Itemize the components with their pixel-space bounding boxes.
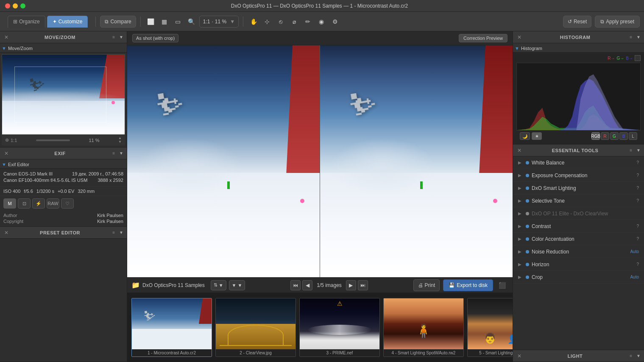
tool-row-horizon[interactable]: ▶ Horizon ? [513,258,644,271]
hist-rgb-btn[interactable]: RGB [591,132,600,140]
filter-chevron-icon: ▼ [238,283,243,288]
color-accentuation-expand-icon[interactable]: ▶ [516,236,523,242]
tool-row-clearview[interactable]: ▶ DxO OP 11 Elite - DxO ClearView [513,207,644,220]
essential-tools-close-btn[interactable]: ✕ [516,148,522,153]
zoom-slider[interactable] [36,139,70,141]
sort-button[interactable]: ⇅ ▼ [211,280,226,290]
crop-expand-icon[interactable]: ▶ [516,274,523,281]
tool-row-smart-lighting[interactable]: ▶ DxO Smart Lighting ? [513,182,644,195]
tool-row-color-accentuation[interactable]: ▶ Color Accentuation ? [513,233,644,245]
exif-arrow-icon: ▼ [119,151,123,156]
filmstrip-thumb-2[interactable]: 2 - ClearView.jpg [215,298,296,357]
clearview-expand-icon[interactable]: ▶ [516,210,523,217]
hist-l-btn[interactable]: L [629,132,637,140]
exposure-dot [526,174,529,177]
histogram-dark-mode-btn[interactable]: 🌙 [520,132,530,140]
noise-reduction-expand-icon[interactable]: ▶ [516,248,523,255]
exif-raw-btn[interactable]: RAW [47,198,59,209]
image-viewer: ⛷ ⛷ [127,45,513,277]
tool-row-white-balance[interactable]: ▶ White Balance ? [513,156,644,169]
exposure-expand-icon[interactable]: ▶ [516,172,523,179]
compare-button[interactable]: ⧉ Compare [100,16,136,28]
tool-row-contrast[interactable]: ▶ Contrast ? [513,220,644,233]
hist-r-btn[interactable]: R [601,132,609,140]
zoom-chevron-icon[interactable]: ▼ [230,19,235,25]
contrast-expand-icon[interactable]: ▶ [516,223,523,230]
settings-tool-btn[interactable]: ⚙ [329,16,341,28]
exif-af-btn[interactable]: ⊡ [18,198,31,209]
grid-view-btn[interactable]: ▦ [159,16,170,28]
tool-row-exposure[interactable]: ▶ Exposure Compensation ? [513,169,644,182]
zoom-display: 1:1 · 11 % ▼ [199,16,239,28]
hist-g-btn[interactable]: G [610,132,619,140]
nav-prev-btn[interactable]: ◀ [302,280,312,290]
white-balance-expand-icon[interactable]: ▶ [516,159,523,166]
filmstrip-folder[interactable]: 📁 DxO OpticsPro 11 Samples [131,281,205,289]
exif-fav-btn[interactable]: ♡ [61,198,74,209]
red-rock-left [286,45,320,184]
filmstrip-thumb-3[interactable]: ⚠ 3 - PRIME.nef [299,298,380,357]
apply-preset-button[interactable]: ⧉ Apply preset [595,16,640,28]
print-button[interactable]: 🖨 Print [413,279,440,291]
repair-tool-btn[interactable]: ⌀ [288,16,300,28]
light-menu-btn[interactable]: ≡ [628,353,634,359]
tool-row-crop[interactable]: ▶ Crop Auto [513,271,644,284]
tool-row-selective-tone[interactable]: ▶ Selective Tone ? [513,195,644,207]
move-zoom-chevron-icon[interactable]: ▼ [2,46,6,51]
histogram-header: ✕ HISTOGRAM ≡ ▼ [513,31,644,43]
filter-button[interactable]: ▼ ▼ [229,280,245,290]
preset-editor-menu-btn[interactable]: ≡ [111,230,117,236]
export-button[interactable]: 💾 Export to disk [443,279,493,291]
tab-customize[interactable]: ✦ Customize [47,16,88,28]
essential-tools-menu-btn[interactable]: ≡ [628,148,634,153]
fit-view-btn[interactable]: ⬜ [145,16,157,28]
filmstrip-thumb-1[interactable]: ⛷ 1 - Microcontrast Auto.cr2 [131,298,212,357]
exif-close-btn[interactable]: ✕ [3,150,9,156]
zoom-stepper[interactable]: ▲ ▼ [118,136,122,144]
image-after: ⛷ [320,45,513,277]
maximize-window-btn[interactable] [20,3,25,8]
smart-lighting-expand-icon[interactable]: ▶ [516,185,523,192]
selective-tone-expand-icon[interactable]: ▶ [516,198,523,204]
filmstrip-thumb-5[interactable]: 👨 👤 5 - Smart Lighting Uniform.cr2 [467,298,513,357]
correction-preview-btn[interactable]: Correction Preview [459,34,507,42]
nav-last-btn[interactable]: ⏭ [358,280,368,290]
single-view-btn[interactable]: ▭ [172,16,184,28]
crop-tool-btn[interactable]: ⊹ [261,16,273,28]
filmstrip-thumb-4[interactable]: 🧍 4 - Smart Lighting SpotWAuto.rw2 [383,298,464,357]
reset-button[interactable]: ↺ Reset [563,16,591,28]
histogram-black-point[interactable] [635,55,641,61]
histogram-light-mode-btn[interactable]: ☀ [532,132,542,140]
horizon-tool-btn[interactable]: ⎋ [275,16,287,28]
filmstrip-images: ⛷ 1 - Microcontrast Auto.cr2 2 - Cle [127,293,513,362]
tool-row-noise-reduction[interactable]: ▶ Noise Reduction Auto [513,245,644,258]
nav-first-btn[interactable]: ⏮ [290,280,301,290]
filmstrip: 📁 DxO OpticsPro 11 Samples ⇅ ▼ ▼ ▼ ⏮ ◀ 1… [127,277,513,362]
minimize-window-btn[interactable] [13,3,18,8]
horizon-expand-icon[interactable]: ▶ [516,261,523,268]
hand-tool-btn[interactable]: ✋ [248,16,259,28]
histogram-chevron-icon[interactable]: ▼ [515,46,519,51]
light-close-btn[interactable]: ✕ [516,353,522,359]
picker-tool-btn[interactable]: ✏ [302,16,314,28]
histogram-menu-btn[interactable]: ≡ [628,34,634,40]
thumbnail-nav: ⊕ 1:1 11 % ▲ ▼ [2,135,125,145]
exif-chevron-icon[interactable]: ▼ [2,162,6,167]
hist-b-btn[interactable]: B [619,132,628,140]
thumb-img-4: 🧍 [384,298,463,349]
thumbnail-container[interactable]: ⛷ [2,54,125,135]
filmstrip-toolbar: 📁 DxO OpticsPro 11 Samples ⇅ ▼ ▼ ▼ ⏮ ◀ 1… [127,278,513,293]
exif-mode-m-btn[interactable]: M [3,198,16,209]
preset-editor-close-btn[interactable]: ✕ [3,230,9,236]
move-zoom-menu-btn[interactable]: ≡ [111,34,117,40]
close-window-btn[interactable] [5,3,10,8]
histogram-close-btn[interactable]: ✕ [516,34,522,40]
preview-tool-btn[interactable]: ◉ [315,16,327,28]
nav-next-btn[interactable]: ▶ [346,280,356,290]
exif-menu-btn[interactable]: ≡ [111,150,117,156]
exif-flash-btn[interactable]: ⚡ [32,198,45,209]
zoom-in-btn[interactable]: 🔍 [186,16,198,28]
filmstrip-settings-btn[interactable]: ⬛ [496,279,508,291]
move-zoom-close-btn[interactable]: ✕ [3,34,9,40]
tab-organize[interactable]: ⊞ Organize [8,16,45,28]
